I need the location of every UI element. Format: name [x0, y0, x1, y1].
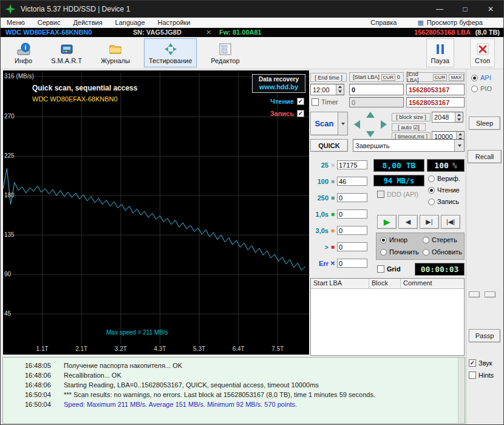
bucket-marker-icon: ■: [329, 244, 337, 250]
toolbar-info-button[interactable]: i Инфо: [10, 38, 37, 67]
end-lba-input-2[interactable]: 15628053167: [406, 97, 465, 107]
toolbar-editor-button[interactable]: 010110110110 Редактор: [206, 38, 244, 67]
mode-read-radio[interactable]: [428, 187, 435, 194]
legend-read-checkbox[interactable]: [297, 98, 304, 105]
end-time-input[interactable]: 12:00: [310, 84, 344, 95]
block-size-combo[interactable]: 2048: [432, 112, 463, 123]
end-lba-group: [End LBA] CUR MAX: [406, 72, 465, 82]
timer-option[interactable]: Timer: [312, 98, 338, 106]
log-message: Speed: Maximum 211 MB/s. Average 151 MB/…: [64, 401, 297, 408]
passp-button[interactable]: Passp: [469, 329, 500, 342]
rewind-button[interactable]: |◀|: [441, 215, 460, 229]
ddd-checkbox[interactable]: [377, 191, 384, 198]
mini-button-1[interactable]: [469, 291, 480, 298]
auto-option[interactable]: [ auto ☑]: [392, 123, 426, 131]
column-start-lba: Start LBA: [311, 279, 369, 288]
scan-dropdown-arrow[interactable]: [338, 112, 347, 135]
menu-main[interactable]: Меню: [7, 19, 25, 26]
mode-read-option[interactable]: Чтение: [428, 186, 460, 194]
mode-write-option[interactable]: Запись: [428, 198, 459, 205]
speed-graph: 1.1T2.1T3.2T4.3T5.3T6.4T7.5T316 (MB/s)27…: [3, 70, 309, 355]
action-erase-radio[interactable]: [423, 237, 429, 243]
sleep-button[interactable]: Sleep: [469, 117, 500, 130]
progress-lcd: 100 %: [427, 159, 465, 172]
sound-option[interactable]: Звук: [469, 359, 492, 367]
nav-down-icon[interactable]: [366, 131, 375, 137]
stop-button[interactable]: Стоп: [470, 38, 495, 67]
pio-radio[interactable]: [471, 86, 478, 92]
menu-language[interactable]: Language: [115, 19, 145, 26]
finish-dropdown-arrow[interactable]: [454, 140, 464, 151]
jump-forward-button[interactable]: ▶|: [420, 215, 439, 229]
window-controls: — □ ✕: [427, 1, 503, 18]
counter-row: 3,0s■0: [310, 226, 367, 235]
start-lba-input[interactable]: 0: [349, 84, 404, 95]
nav-left-icon[interactable]: [354, 120, 360, 129]
end-lba-max-button[interactable]: MAX: [449, 74, 464, 81]
toolbar-smart-button[interactable]: S.M.A.R.T: [46, 38, 87, 67]
minimize-button[interactable]: —: [427, 1, 452, 18]
close-button[interactable]: ✕: [478, 1, 503, 18]
grid-option[interactable]: Grid: [377, 265, 401, 273]
nav-right-icon[interactable]: [381, 120, 387, 129]
finish-combo[interactable]: Завершить: [353, 139, 465, 152]
action-repair-radio[interactable]: [380, 249, 387, 256]
start-test-button[interactable]: ▶: [377, 215, 397, 229]
legend-write-label: Запись: [270, 110, 294, 117]
svg-text:6.4T: 6.4T: [233, 345, 245, 352]
nav-up-icon[interactable]: [366, 112, 375, 118]
end-lba-cur-button[interactable]: CUR: [433, 74, 447, 81]
sound-checkbox[interactable]: [469, 359, 476, 367]
timer-checkbox[interactable]: [312, 98, 319, 106]
maximize-button[interactable]: □: [452, 1, 478, 18]
menu-settings[interactable]: Настройки: [158, 19, 191, 26]
action-ignore-option[interactable]: Игнор: [380, 236, 407, 243]
counter-value: 0: [337, 226, 367, 235]
ddd-option[interactable]: DDD (API): [377, 191, 418, 198]
action-refresh-radio[interactable]: [423, 249, 429, 256]
start-lba-cur-button[interactable]: CUR: [381, 74, 395, 81]
hints-option[interactable]: Hints: [469, 372, 494, 379]
nav-arrows[interactable]: [353, 110, 388, 138]
device-model[interactable]: WDC WD80EFAX-68KNBN0: [5, 29, 92, 36]
scan-button[interactable]: Scan: [310, 112, 348, 135]
timer-input[interactable]: 0: [349, 97, 404, 107]
menu-help[interactable]: Справка: [370, 19, 397, 26]
pause-button[interactable]: Пауза: [426, 38, 455, 67]
graph-subtitle: WDC WD80EFAX-68KNBN0: [32, 95, 118, 103]
menu-buffer-view[interactable]: Просмотр буфера: [427, 19, 483, 26]
legend-write-checkbox[interactable]: [297, 110, 304, 117]
grid-checkbox[interactable]: [377, 265, 384, 273]
hints-checkbox[interactable]: [469, 372, 476, 379]
recall-button[interactable]: Recall: [468, 150, 502, 163]
device-close-icon[interactable]: ✕: [206, 29, 211, 36]
mini-button-2[interactable]: [485, 291, 495, 298]
action-erase-option[interactable]: Стереть: [423, 236, 457, 243]
menu-actions[interactable]: Действия: [73, 19, 102, 26]
block-size-spinner[interactable]: [455, 112, 463, 122]
elapsed-time-lcd: 00:00:03: [415, 263, 465, 276]
svg-text:7.5T: 7.5T: [271, 345, 284, 352]
toolbar-test-button[interactable]: Тестирование: [144, 38, 197, 67]
mode-verify-option[interactable]: Вериф.: [428, 175, 460, 182]
quick-button[interactable]: QUICK: [310, 139, 348, 152]
defect-table-body[interactable]: [311, 289, 464, 356]
api-option[interactable]: API: [471, 74, 491, 81]
mode-verify-radio[interactable]: [428, 175, 435, 182]
log-message: Получение паспорта накопителя... OK: [64, 362, 182, 369]
mode-write-radio[interactable]: [428, 199, 435, 205]
jump-back-button[interactable]: ◀: [398, 215, 418, 229]
log-scrollbar[interactable]: [458, 358, 465, 423]
folder-icon: [108, 42, 123, 56]
pio-option[interactable]: PIO: [471, 85, 492, 92]
log-message: *** Scan results: no warnings, no errors…: [64, 391, 375, 398]
action-ignore-radio[interactable]: [380, 237, 387, 243]
action-refresh-option[interactable]: Обновить: [423, 248, 462, 256]
menu-service[interactable]: Сервис: [38, 19, 61, 26]
end-time-spinner[interactable]: [336, 84, 344, 95]
toolbar-logs-button[interactable]: Журналы: [96, 38, 135, 67]
log-line: 16:48:06Starting Reading, LBA=0..1562805…: [3, 380, 465, 390]
api-radio[interactable]: [471, 75, 478, 81]
action-repair-option[interactable]: Починить: [380, 248, 419, 256]
end-lba-input[interactable]: 15628053167: [406, 84, 465, 95]
